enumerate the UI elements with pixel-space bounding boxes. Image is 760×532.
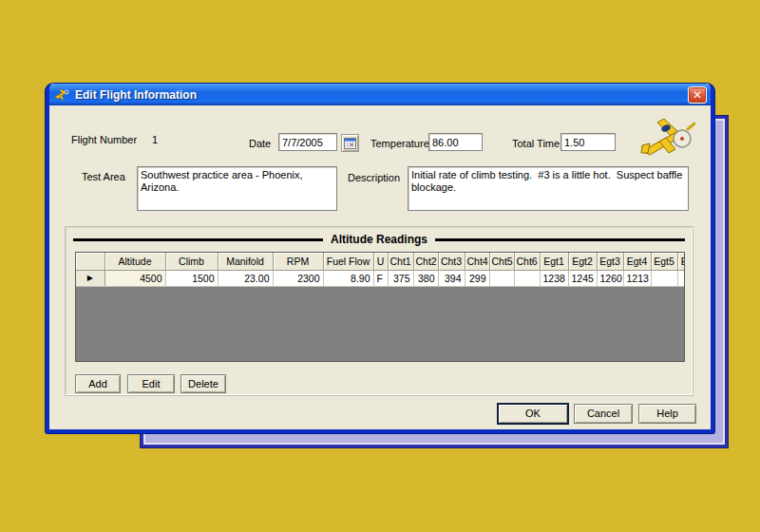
grid-cell[interactable]: 1245 [568,270,597,286]
header-rule-left [73,238,323,241]
grid-column-header: Egt2 [568,253,597,270]
grid-column-header: Egt3 [597,253,623,270]
grid-column-header: Cht6 [514,253,540,270]
flight-number-label: Flight Number [71,134,137,145]
grid-column-header: Egt5 [651,253,677,270]
calendar-icon [344,138,356,149]
altitude-grid[interactable]: AltitudeClimbManifoldRPMFuel FlowUCht1Ch… [75,252,685,362]
grid-cell[interactable]: 375 [388,270,413,286]
description-label: Description [348,172,400,183]
grid-cell[interactable]: 4500 [104,270,165,286]
dialog-client-area: Flight Number 1 Date Temperature Total T… [49,105,711,426]
grid-column-header: Altitude [104,253,165,270]
description-input[interactable]: Initial rate of climb testing. #3 is a l… [408,166,689,211]
date-label: Date [249,138,271,149]
grid-cell[interactable]: 1260 [597,270,623,286]
title-bar[interactable]: Edit Flight Information ✕ [49,84,711,105]
grid-column-header: Climb [165,253,218,270]
airplane-title-icon [54,88,70,102]
grid-column-header: Cht1 [388,253,413,270]
altitude-readings-title: Altitude Readings [323,233,435,246]
grid-header-row: AltitudeClimbManifoldRPMFuel FlowUCht1Ch… [76,253,685,270]
grid-cell[interactable]: F [373,270,388,286]
ok-button[interactable]: OK [498,404,568,424]
grid-cell[interactable]: 1238 [540,270,568,286]
grid-column-header: Manifold [218,253,273,270]
total-time-label: Total Time [512,138,560,149]
grid-column-header: Cht5 [489,253,514,270]
grid-selector-header [76,253,104,270]
temperature-label: Temperature [370,138,429,149]
grid-column-header: Cht2 [413,253,438,270]
grid-column-header: Cht4 [465,253,489,270]
add-button[interactable]: Add [75,374,121,393]
grid-cell[interactable]: 380 [413,270,438,286]
grid-cell[interactable] [514,270,540,286]
close-button[interactable]: ✕ [688,86,707,104]
grid-data-row[interactable]: ▶4500150023.0023008.90F37538039429912381… [76,270,685,286]
dialog-title: Edit Flight Information [75,88,688,102]
altitude-grid-table: AltitudeClimbManifoldRPMFuel FlowUCht1Ch… [76,253,685,287]
grid-cell[interactable]: 2300 [273,270,323,286]
grid-cell[interactable]: 8.90 [323,270,373,286]
grid-column-header: Egt4 [623,253,651,270]
test-area-label: Test Area [82,171,125,182]
grid-column-header: U [373,253,388,270]
grid-cell[interactable]: 1500 [165,270,218,286]
grid-column-header: Egt1 [540,253,568,270]
grid-column-header: Fuel Flow [323,253,373,270]
row-selector-cell[interactable]: ▶ [76,270,104,286]
grid-column-header: Cht3 [438,253,465,270]
grid-cell[interactable]: 1213 [623,270,651,286]
grid-cell[interactable]: 394 [438,270,465,286]
grid-cell[interactable] [489,270,514,286]
test-area-input[interactable]: Southwest practice area - Phoenix, Arizo… [137,166,337,211]
altitude-readings-header: Altitude Readings [73,233,685,246]
edit-flight-information-dialog: Edit Flight Information ✕ Flight Number … [46,84,714,433]
grid-cell[interactable]: 299 [465,270,489,286]
delete-button[interactable]: Delete [180,374,226,393]
grid-cell[interactable]: 23.00 [218,270,273,286]
date-input[interactable] [278,133,337,151]
flight-number-value: 1 [152,134,158,145]
altitude-readings-group: Altitude Readings AltitudeClimbManifoldR… [65,226,694,396]
cancel-button[interactable]: Cancel [574,404,633,424]
total-time-input[interactable] [560,133,616,151]
grid-cell[interactable] [677,270,685,286]
help-button[interactable]: Help [638,404,696,424]
grid-column-header: RPM [273,253,323,270]
grid-cell[interactable] [651,270,677,286]
header-rule-right [435,238,685,241]
edit-button[interactable]: Edit [127,374,175,393]
airplane-logo-image [635,113,701,164]
calendar-picker-button[interactable] [341,134,359,152]
temperature-input[interactable] [428,133,483,151]
grid-column-header: Egt6 [677,253,685,270]
